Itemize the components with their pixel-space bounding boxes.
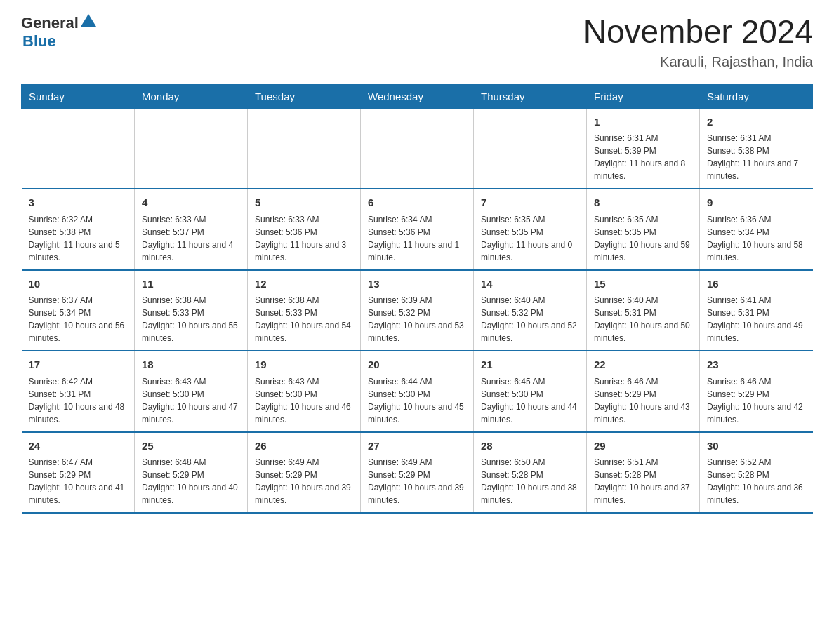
page-header: General Blue November 2024 Karauli, Raja…: [21, 14, 813, 70]
day-info: Sunrise: 6:35 AM Sunset: 5:35 PM Dayligh…: [594, 213, 692, 264]
calendar-cell: 18Sunrise: 6:43 AM Sunset: 5:30 PM Dayli…: [135, 351, 248, 432]
day-number: 8: [594, 195, 692, 211]
header-monday: Monday: [135, 84, 248, 108]
day-info: Sunrise: 6:41 AM Sunset: 5:31 PM Dayligh…: [707, 294, 806, 344]
day-number: 21: [481, 357, 579, 373]
header-saturday: Saturday: [700, 84, 813, 108]
day-number: 22: [594, 357, 692, 373]
day-info: Sunrise: 6:46 AM Sunset: 5:29 PM Dayligh…: [594, 375, 692, 426]
day-info: Sunrise: 6:44 AM Sunset: 5:30 PM Dayligh…: [368, 375, 466, 426]
day-number: 18: [142, 357, 240, 373]
day-info: Sunrise: 6:45 AM Sunset: 5:30 PM Dayligh…: [481, 375, 579, 426]
week-row-3: 10Sunrise: 6:37 AM Sunset: 5:34 PM Dayli…: [22, 270, 813, 351]
logo: General Blue: [21, 14, 96, 51]
header-tuesday: Tuesday: [248, 84, 361, 108]
day-number: 9: [707, 195, 806, 211]
calendar-cell: 15Sunrise: 6:40 AM Sunset: 5:31 PM Dayli…: [587, 270, 700, 351]
header-sunday: Sunday: [22, 84, 135, 108]
day-info: Sunrise: 6:40 AM Sunset: 5:32 PM Dayligh…: [481, 294, 579, 344]
week-row-4: 17Sunrise: 6:42 AM Sunset: 5:31 PM Dayli…: [22, 351, 813, 432]
day-info: Sunrise: 6:31 AM Sunset: 5:39 PM Dayligh…: [594, 132, 692, 182]
day-number: 27: [368, 438, 466, 455]
header-thursday: Thursday: [474, 84, 587, 108]
calendar-cell: [248, 108, 361, 189]
header-friday: Friday: [587, 84, 700, 108]
calendar-cell: 12Sunrise: 6:38 AM Sunset: 5:33 PM Dayli…: [248, 270, 361, 351]
calendar-cell: 24Sunrise: 6:47 AM Sunset: 5:29 PM Dayli…: [22, 432, 135, 514]
day-info: Sunrise: 6:46 AM Sunset: 5:29 PM Dayligh…: [707, 375, 806, 426]
calendar-cell: [474, 108, 587, 189]
day-number: 7: [481, 195, 579, 211]
day-info: Sunrise: 6:31 AM Sunset: 5:38 PM Dayligh…: [707, 132, 806, 182]
day-info: Sunrise: 6:37 AM Sunset: 5:34 PM Dayligh…: [29, 294, 128, 344]
week-row-2: 3Sunrise: 6:32 AM Sunset: 5:38 PM Daylig…: [22, 189, 813, 270]
calendar-cell: 14Sunrise: 6:40 AM Sunset: 5:32 PM Dayli…: [474, 270, 587, 351]
day-number: 6: [368, 195, 466, 211]
day-info: Sunrise: 6:43 AM Sunset: 5:30 PM Dayligh…: [142, 375, 240, 426]
day-number: 10: [29, 276, 128, 293]
day-number: 19: [255, 357, 353, 373]
day-number: 3: [29, 195, 128, 211]
logo-general-text: General: [21, 14, 79, 32]
calendar-cell: 27Sunrise: 6:49 AM Sunset: 5:29 PM Dayli…: [361, 432, 474, 514]
day-number: 28: [481, 438, 579, 455]
day-number: 24: [29, 438, 128, 455]
day-info: Sunrise: 6:38 AM Sunset: 5:33 PM Dayligh…: [142, 294, 240, 344]
day-number: 5: [255, 195, 353, 211]
calendar-header-row: Sunday Monday Tuesday Wednesday Thursday…: [22, 84, 813, 108]
day-number: 17: [29, 357, 128, 373]
day-info: Sunrise: 6:49 AM Sunset: 5:29 PM Dayligh…: [368, 456, 466, 507]
day-number: 29: [594, 438, 692, 455]
calendar-subtitle: Karauli, Rajasthan, India: [583, 54, 813, 70]
svg-marker-0: [81, 14, 96, 27]
calendar-cell: 6Sunrise: 6:34 AM Sunset: 5:36 PM Daylig…: [361, 189, 474, 270]
day-info: Sunrise: 6:38 AM Sunset: 5:33 PM Dayligh…: [255, 294, 353, 344]
logo-blue-text: Blue: [22, 32, 56, 51]
calendar-cell: [361, 108, 474, 189]
day-number: 11: [142, 276, 240, 293]
day-number: 4: [142, 195, 240, 211]
header-wednesday: Wednesday: [361, 84, 474, 108]
day-info: Sunrise: 6:51 AM Sunset: 5:28 PM Dayligh…: [594, 456, 692, 507]
calendar-cell: 3Sunrise: 6:32 AM Sunset: 5:38 PM Daylig…: [22, 189, 135, 270]
calendar-cell: 8Sunrise: 6:35 AM Sunset: 5:35 PM Daylig…: [587, 189, 700, 270]
day-number: 16: [707, 276, 806, 293]
calendar-cell: 26Sunrise: 6:49 AM Sunset: 5:29 PM Dayli…: [248, 432, 361, 514]
day-number: 2: [707, 114, 806, 130]
day-info: Sunrise: 6:40 AM Sunset: 5:31 PM Dayligh…: [594, 294, 692, 344]
day-number: 14: [481, 276, 579, 293]
calendar-cell: 29Sunrise: 6:51 AM Sunset: 5:28 PM Dayli…: [587, 432, 700, 514]
day-number: 20: [368, 357, 466, 373]
calendar-cell: 25Sunrise: 6:48 AM Sunset: 5:29 PM Dayli…: [135, 432, 248, 514]
calendar-cell: 28Sunrise: 6:50 AM Sunset: 5:28 PM Dayli…: [474, 432, 587, 514]
day-info: Sunrise: 6:52 AM Sunset: 5:28 PM Dayligh…: [707, 456, 806, 507]
day-number: 23: [707, 357, 806, 373]
day-number: 15: [594, 276, 692, 293]
day-number: 26: [255, 438, 353, 455]
day-info: Sunrise: 6:47 AM Sunset: 5:29 PM Dayligh…: [29, 456, 128, 507]
calendar-cell: 22Sunrise: 6:46 AM Sunset: 5:29 PM Dayli…: [587, 351, 700, 432]
calendar-table: Sunday Monday Tuesday Wednesday Thursday…: [21, 84, 813, 514]
day-info: Sunrise: 6:33 AM Sunset: 5:36 PM Dayligh…: [255, 213, 353, 264]
day-info: Sunrise: 6:39 AM Sunset: 5:32 PM Dayligh…: [368, 294, 466, 344]
day-info: Sunrise: 6:32 AM Sunset: 5:38 PM Dayligh…: [29, 213, 128, 264]
day-info: Sunrise: 6:42 AM Sunset: 5:31 PM Dayligh…: [29, 375, 128, 426]
title-block: November 2024 Karauli, Rajasthan, India: [583, 14, 813, 70]
calendar-cell: 4Sunrise: 6:33 AM Sunset: 5:37 PM Daylig…: [135, 189, 248, 270]
calendar-title: November 2024: [583, 14, 813, 50]
calendar-cell: 19Sunrise: 6:43 AM Sunset: 5:30 PM Dayli…: [248, 351, 361, 432]
day-number: 25: [142, 438, 240, 455]
calendar-cell: 5Sunrise: 6:33 AM Sunset: 5:36 PM Daylig…: [248, 189, 361, 270]
calendar-cell: 2Sunrise: 6:31 AM Sunset: 5:38 PM Daylig…: [700, 108, 813, 189]
day-info: Sunrise: 6:48 AM Sunset: 5:29 PM Dayligh…: [142, 456, 240, 507]
day-number: 12: [255, 276, 353, 293]
calendar-cell: 11Sunrise: 6:38 AM Sunset: 5:33 PM Dayli…: [135, 270, 248, 351]
calendar-cell: [22, 108, 135, 189]
calendar-cell: 23Sunrise: 6:46 AM Sunset: 5:29 PM Dayli…: [700, 351, 813, 432]
day-info: Sunrise: 6:34 AM Sunset: 5:36 PM Dayligh…: [368, 213, 466, 264]
week-row-5: 24Sunrise: 6:47 AM Sunset: 5:29 PM Dayli…: [22, 432, 813, 514]
calendar-cell: 7Sunrise: 6:35 AM Sunset: 5:35 PM Daylig…: [474, 189, 587, 270]
calendar-cell: 10Sunrise: 6:37 AM Sunset: 5:34 PM Dayli…: [22, 270, 135, 351]
day-info: Sunrise: 6:50 AM Sunset: 5:28 PM Dayligh…: [481, 456, 579, 507]
calendar-cell: 13Sunrise: 6:39 AM Sunset: 5:32 PM Dayli…: [361, 270, 474, 351]
